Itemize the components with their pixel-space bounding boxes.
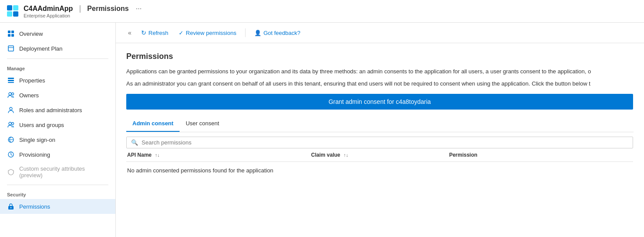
svg-rect-8 xyxy=(8,46,14,51)
sidebar-properties-label: Properties xyxy=(19,77,45,84)
sidebar-item-owners[interactable]: Owners xyxy=(0,88,115,103)
collapse-button[interactable]: « xyxy=(125,27,135,38)
sidebar-item-overview[interactable]: Overview xyxy=(0,26,115,41)
toolbar: « ↻ Refresh ✓ Review permissions 👤 Got f… xyxy=(116,23,644,43)
sidebar-divider-security xyxy=(7,185,108,185)
review-permissions-button[interactable]: ✓ Review permissions xyxy=(174,27,241,38)
sidebar-item-sso[interactable]: Single sign-on xyxy=(0,132,115,147)
provisioning-icon xyxy=(7,151,15,158)
svg-rect-12 xyxy=(8,82,14,83)
col-claim-label: Claim value xyxy=(311,152,340,158)
header-title-block: C4AAdminApp | Permissions ··· Enterprise… xyxy=(24,4,142,18)
header-more-button[interactable]: ··· xyxy=(136,5,142,13)
svg-point-21 xyxy=(10,207,11,208)
overview-icon xyxy=(7,30,15,38)
empty-state: No admin consented permissions found for… xyxy=(126,162,633,179)
svg-rect-10 xyxy=(8,78,14,79)
svg-rect-7 xyxy=(11,34,14,37)
tab-admin-consent[interactable]: Admin consent xyxy=(126,116,180,132)
sidebar-sso-label: Single sign-on xyxy=(19,137,55,143)
svg-rect-3 xyxy=(13,11,18,17)
roles-icon xyxy=(7,106,15,114)
header-subtitle: Enterprise Application xyxy=(24,13,142,18)
svg-rect-5 xyxy=(11,31,14,33)
svg-point-13 xyxy=(9,93,11,95)
permissions-icon xyxy=(7,203,15,210)
sidebar-item-users[interactable]: Users and groups xyxy=(0,117,115,132)
col-perm-label: Permission xyxy=(449,152,478,158)
page-body: Permissions Applications can be granted … xyxy=(116,43,644,188)
users-icon xyxy=(7,121,15,129)
main-layout: Overview Deployment Plan Manage Properti… xyxy=(0,23,644,237)
svg-rect-0 xyxy=(7,5,12,10)
svg-point-17 xyxy=(12,123,14,125)
deployment-icon xyxy=(7,45,15,52)
refresh-icon: ↻ xyxy=(141,29,146,36)
refresh-button[interactable]: ↻ Refresh xyxy=(137,27,173,38)
svg-rect-11 xyxy=(8,80,14,81)
svg-rect-6 xyxy=(8,34,10,37)
sidebar-item-permissions[interactable]: Permissions xyxy=(0,199,115,214)
sidebar-item-properties[interactable]: Properties xyxy=(0,73,115,88)
refresh-label: Refresh xyxy=(149,30,169,36)
sidebar-roles-label: Roles and administrators xyxy=(19,107,82,113)
empty-message: No admin consented permissions found for… xyxy=(127,167,274,174)
col-api-name: API Name ↑↓ xyxy=(126,152,311,158)
col-api-label: API Name xyxy=(127,152,152,158)
col-claim-value: Claim value ↑↓ xyxy=(311,152,449,158)
feedback-icon: 👤 xyxy=(254,30,261,36)
table-header: API Name ↑↓ Claim value ↑↓ Permission xyxy=(126,148,633,162)
svg-rect-1 xyxy=(13,5,18,10)
svg-point-15 xyxy=(10,107,12,110)
header-page-title: Permissions xyxy=(87,5,129,13)
app-header: C4AAdminApp | Permissions ··· Enterprise… xyxy=(0,0,644,23)
sidebar-permissions-label: Permissions xyxy=(19,203,50,210)
col-permission: Permission xyxy=(449,152,633,158)
sidebar-item-custom-security: Custom security attributes (preview) xyxy=(0,162,115,182)
sidebar-custom-security-label: Custom security attributes (preview) xyxy=(19,165,108,179)
svg-rect-4 xyxy=(8,31,10,33)
sidebar-divider-manage xyxy=(7,58,108,59)
manage-section-label: Manage xyxy=(0,62,115,73)
sidebar-users-label: Users and groups xyxy=(19,122,64,128)
properties-icon xyxy=(7,76,15,84)
content-area: « ↻ Refresh ✓ Review permissions 👤 Got f… xyxy=(116,23,644,237)
api-sort-icon[interactable]: ↑↓ xyxy=(155,152,159,158)
sidebar-item-deployment[interactable]: Deployment Plan xyxy=(0,41,115,56)
header-separator: | xyxy=(79,4,81,13)
sidebar-owners-label: Owners xyxy=(19,92,39,99)
app-logo xyxy=(7,5,19,17)
toolbar-separator xyxy=(245,28,246,37)
sso-icon xyxy=(7,136,15,144)
sidebar-item-provisioning[interactable]: Provisioning xyxy=(0,147,115,162)
sidebar: Overview Deployment Plan Manage Properti… xyxy=(0,23,116,237)
tab-user-consent[interactable]: User consent xyxy=(180,116,225,132)
page-desc-1: Applications can be granted permissions … xyxy=(126,67,607,76)
search-bar: 🔍 xyxy=(126,137,633,148)
page-desc-2: As an administrator you can grant consen… xyxy=(126,79,607,88)
check-icon: ✓ xyxy=(179,30,184,36)
svg-rect-2 xyxy=(7,11,12,17)
security-section-label: Security xyxy=(0,188,115,199)
search-input[interactable] xyxy=(142,139,628,146)
page-heading: Permissions xyxy=(126,52,634,61)
search-icon: 🔍 xyxy=(131,139,138,146)
sidebar-overview-label: Overview xyxy=(19,31,43,37)
app-title: C4AAdminApp xyxy=(24,5,73,13)
sidebar-item-roles[interactable]: Roles and administrators xyxy=(0,103,115,117)
feedback-label: Got feedback? xyxy=(263,30,301,36)
sidebar-deployment-label: Deployment Plan xyxy=(19,45,62,52)
owners-icon xyxy=(7,91,15,99)
review-label: Review permissions xyxy=(186,30,236,36)
svg-point-14 xyxy=(12,93,14,95)
custom-security-icon xyxy=(7,168,15,176)
svg-point-16 xyxy=(9,122,11,125)
consent-tabs: Admin consent User consent xyxy=(126,116,634,132)
feedback-button[interactable]: 👤 Got feedback? xyxy=(250,27,305,38)
sidebar-provisioning-label: Provisioning xyxy=(19,151,50,158)
claim-sort-icon[interactable]: ↑↓ xyxy=(343,152,348,158)
grant-consent-button[interactable]: Grant admin consent for c4a8toydaria xyxy=(126,94,633,110)
